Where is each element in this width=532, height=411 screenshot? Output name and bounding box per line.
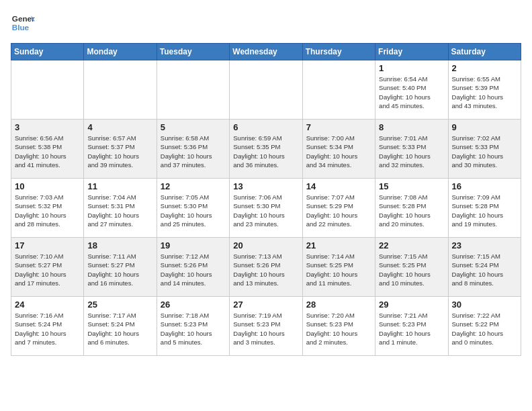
calendar-cell: 13Sunrise: 7:06 AM Sunset: 5:30 PM Dayli… xyxy=(230,179,302,238)
calendar-cell: 1Sunrise: 6:54 AM Sunset: 5:40 PM Daylig… xyxy=(375,60,448,120)
day-number: 24 xyxy=(15,300,80,310)
day-info: Sunrise: 7:21 AM Sunset: 5:23 PM Dayligh… xyxy=(379,311,444,347)
day-info: Sunrise: 7:02 AM Sunset: 5:33 PM Dayligh… xyxy=(452,134,517,169)
weekday-header-thursday: Thursday xyxy=(302,44,375,60)
day-info: Sunrise: 6:58 AM Sunset: 5:36 PM Dayligh… xyxy=(161,134,226,169)
day-info: Sunrise: 7:06 AM Sunset: 5:30 PM Dayligh… xyxy=(233,193,298,228)
calendar-cell: 6Sunrise: 6:59 AM Sunset: 5:35 PM Daylig… xyxy=(230,120,302,179)
svg-text:Blue: Blue xyxy=(12,23,30,32)
weekday-header-wednesday: Wednesday xyxy=(230,44,302,60)
day-number: 18 xyxy=(87,240,152,250)
calendar-cell: 21Sunrise: 7:14 AM Sunset: 5:25 PM Dayli… xyxy=(302,238,375,297)
day-info: Sunrise: 7:01 AM Sunset: 5:33 PM Dayligh… xyxy=(379,134,444,169)
day-number: 30 xyxy=(452,300,517,310)
calendar-cell xyxy=(230,60,302,120)
day-number: 12 xyxy=(161,181,226,191)
day-number: 7 xyxy=(306,122,371,132)
day-number: 5 xyxy=(161,122,226,132)
day-info: Sunrise: 7:15 AM Sunset: 5:25 PM Dayligh… xyxy=(379,252,444,287)
day-info: Sunrise: 7:09 AM Sunset: 5:28 PM Dayligh… xyxy=(452,193,517,228)
day-info: Sunrise: 7:18 AM Sunset: 5:23 PM Dayligh… xyxy=(161,311,226,347)
day-info: Sunrise: 6:57 AM Sunset: 5:37 PM Dayligh… xyxy=(87,134,152,169)
weekday-header-saturday: Saturday xyxy=(448,44,521,60)
day-info: Sunrise: 7:11 AM Sunset: 5:27 PM Dayligh… xyxy=(87,252,152,287)
day-info: Sunrise: 7:14 AM Sunset: 5:25 PM Dayligh… xyxy=(306,252,371,287)
day-number: 8 xyxy=(379,122,444,132)
calendar-cell: 7Sunrise: 7:00 AM Sunset: 5:34 PM Daylig… xyxy=(302,120,375,179)
calendar-cell: 29Sunrise: 7:21 AM Sunset: 5:23 PM Dayli… xyxy=(375,297,448,356)
calendar-cell: 3Sunrise: 6:56 AM Sunset: 5:38 PM Daylig… xyxy=(11,120,84,179)
day-info: Sunrise: 6:59 AM Sunset: 5:35 PM Dayligh… xyxy=(233,134,298,169)
day-info: Sunrise: 7:20 AM Sunset: 5:23 PM Dayligh… xyxy=(306,311,371,347)
day-number: 25 xyxy=(87,300,152,310)
calendar-cell: 24Sunrise: 7:16 AM Sunset: 5:24 PM Dayli… xyxy=(11,297,84,356)
calendar-cell xyxy=(84,60,157,120)
calendar-cell: 2Sunrise: 6:55 AM Sunset: 5:39 PM Daylig… xyxy=(448,60,521,120)
calendar-cell: 30Sunrise: 7:22 AM Sunset: 5:22 PM Dayli… xyxy=(448,297,521,356)
logo: General Blue xyxy=(11,11,38,35)
day-info: Sunrise: 6:56 AM Sunset: 5:38 PM Dayligh… xyxy=(15,134,80,169)
day-number: 11 xyxy=(87,181,152,191)
day-number: 1 xyxy=(379,63,444,73)
day-info: Sunrise: 7:00 AM Sunset: 5:34 PM Dayligh… xyxy=(306,134,371,169)
weekday-header-monday: Monday xyxy=(84,44,157,60)
calendar-cell: 20Sunrise: 7:13 AM Sunset: 5:26 PM Dayli… xyxy=(230,238,302,297)
weekday-header-friday: Friday xyxy=(375,44,448,60)
day-number: 14 xyxy=(306,181,371,191)
day-number: 2 xyxy=(452,63,517,73)
calendar-cell xyxy=(11,60,84,120)
calendar-cell: 14Sunrise: 7:07 AM Sunset: 5:29 PM Dayli… xyxy=(302,179,375,238)
day-number: 10 xyxy=(15,181,80,191)
day-number: 21 xyxy=(306,240,371,250)
calendar-cell: 19Sunrise: 7:12 AM Sunset: 5:26 PM Dayli… xyxy=(157,238,229,297)
day-info: Sunrise: 7:03 AM Sunset: 5:32 PM Dayligh… xyxy=(15,193,80,228)
page-header: General Blue xyxy=(11,11,521,35)
day-number: 28 xyxy=(306,300,371,310)
day-info: Sunrise: 7:13 AM Sunset: 5:26 PM Dayligh… xyxy=(233,252,298,287)
day-info: Sunrise: 7:15 AM Sunset: 5:24 PM Dayligh… xyxy=(452,252,517,287)
calendar-week-row: 1Sunrise: 6:54 AM Sunset: 5:40 PM Daylig… xyxy=(11,60,521,120)
calendar-cell: 10Sunrise: 7:03 AM Sunset: 5:32 PM Dayli… xyxy=(11,179,84,238)
calendar-cell: 26Sunrise: 7:18 AM Sunset: 5:23 PM Dayli… xyxy=(157,297,229,356)
day-info: Sunrise: 6:55 AM Sunset: 5:39 PM Dayligh… xyxy=(452,75,517,110)
day-number: 16 xyxy=(452,181,517,191)
calendar-cell: 5Sunrise: 6:58 AM Sunset: 5:36 PM Daylig… xyxy=(157,120,229,179)
calendar-cell: 23Sunrise: 7:15 AM Sunset: 5:24 PM Dayli… xyxy=(448,238,521,297)
calendar-cell: 27Sunrise: 7:19 AM Sunset: 5:23 PM Dayli… xyxy=(230,297,302,356)
logo-icon: General Blue xyxy=(11,11,35,35)
day-number: 6 xyxy=(233,122,298,132)
day-info: Sunrise: 7:05 AM Sunset: 5:30 PM Dayligh… xyxy=(161,193,226,228)
calendar-cell: 28Sunrise: 7:20 AM Sunset: 5:23 PM Dayli… xyxy=(302,297,375,356)
day-info: Sunrise: 7:10 AM Sunset: 5:27 PM Dayligh… xyxy=(15,252,80,287)
day-number: 19 xyxy=(161,240,226,250)
day-number: 29 xyxy=(379,300,444,310)
calendar-cell: 9Sunrise: 7:02 AM Sunset: 5:33 PM Daylig… xyxy=(448,120,521,179)
day-number: 17 xyxy=(15,240,80,250)
day-info: Sunrise: 7:04 AM Sunset: 5:31 PM Dayligh… xyxy=(87,193,152,228)
day-number: 15 xyxy=(379,181,444,191)
calendar-cell: 16Sunrise: 7:09 AM Sunset: 5:28 PM Dayli… xyxy=(448,179,521,238)
day-number: 27 xyxy=(233,300,298,310)
day-number: 9 xyxy=(452,122,517,132)
day-info: Sunrise: 7:16 AM Sunset: 5:24 PM Dayligh… xyxy=(15,311,80,347)
calendar-cell: 18Sunrise: 7:11 AM Sunset: 5:27 PM Dayli… xyxy=(84,238,157,297)
calendar-cell: 8Sunrise: 7:01 AM Sunset: 5:33 PM Daylig… xyxy=(375,120,448,179)
calendar-week-row: 3Sunrise: 6:56 AM Sunset: 5:38 PM Daylig… xyxy=(11,120,521,179)
day-info: Sunrise: 7:19 AM Sunset: 5:23 PM Dayligh… xyxy=(233,311,298,347)
calendar-cell: 22Sunrise: 7:15 AM Sunset: 5:25 PM Dayli… xyxy=(375,238,448,297)
calendar-table: SundayMondayTuesdayWednesdayThursdayFrid… xyxy=(11,43,521,356)
calendar-cell: 25Sunrise: 7:17 AM Sunset: 5:24 PM Dayli… xyxy=(84,297,157,356)
calendar-cell: 11Sunrise: 7:04 AM Sunset: 5:31 PM Dayli… xyxy=(84,179,157,238)
calendar-week-row: 17Sunrise: 7:10 AM Sunset: 5:27 PM Dayli… xyxy=(11,238,521,297)
calendar-cell xyxy=(157,60,229,120)
calendar-header-row: SundayMondayTuesdayWednesdayThursdayFrid… xyxy=(11,44,521,60)
day-info: Sunrise: 7:17 AM Sunset: 5:24 PM Dayligh… xyxy=(87,311,152,347)
day-number: 3 xyxy=(15,122,80,132)
weekday-header-sunday: Sunday xyxy=(11,44,84,60)
weekday-header-tuesday: Tuesday xyxy=(157,44,229,60)
day-number: 4 xyxy=(87,122,152,132)
calendar-cell: 17Sunrise: 7:10 AM Sunset: 5:27 PM Dayli… xyxy=(11,238,84,297)
day-info: Sunrise: 7:08 AM Sunset: 5:28 PM Dayligh… xyxy=(379,193,444,228)
day-info: Sunrise: 6:54 AM Sunset: 5:40 PM Dayligh… xyxy=(379,75,444,110)
calendar-cell: 12Sunrise: 7:05 AM Sunset: 5:30 PM Dayli… xyxy=(157,179,229,238)
